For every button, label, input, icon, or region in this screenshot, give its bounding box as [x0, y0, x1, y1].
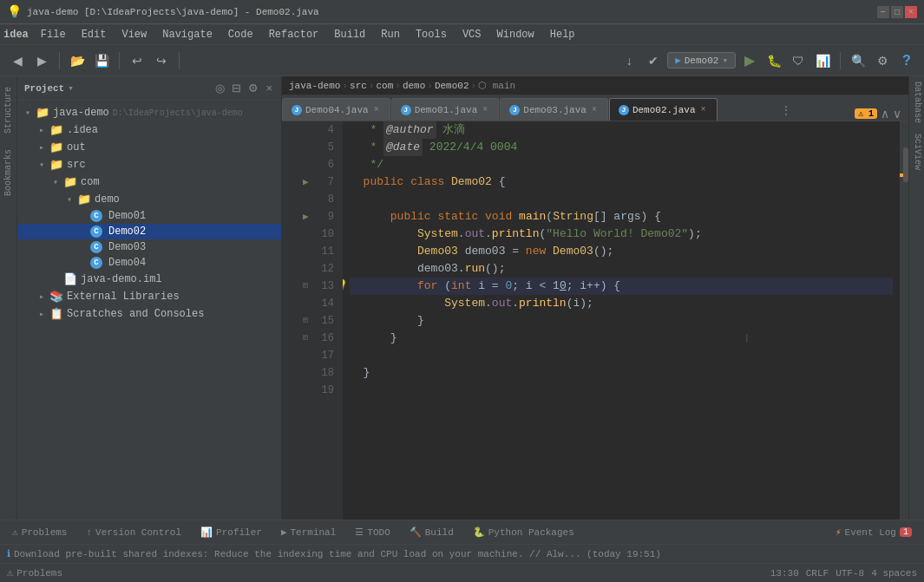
tree-item-demo[interactable]: ▾ 📁 demo: [17, 191, 281, 208]
tree-settings-button[interactable]: ⚙: [246, 80, 260, 96]
tree-item-src[interactable]: ▾ 📁 src: [17, 156, 281, 173]
settings-button[interactable]: ⚙: [872, 50, 893, 71]
scroll-thumb[interactable]: [903, 147, 908, 182]
bottom-tab-event-log[interactable]: ⚡ Event Log 1: [827, 524, 921, 540]
redo-button[interactable]: ↪: [151, 50, 172, 71]
tree-item-com[interactable]: ▾ 📁 com: [17, 173, 281, 191]
tab-overflow-button[interactable]: ⋮: [774, 101, 798, 121]
maximize-button[interactable]: □: [891, 6, 903, 18]
tree-item-Demo03[interactable]: ▸ C Demo03: [17, 239, 281, 255]
tab-close-Demo01[interactable]: ×: [481, 105, 489, 114]
tree-item-Demo02[interactable]: ▸ C Demo02: [17, 224, 281, 239]
sciview-panel-tab[interactable]: SciView: [909, 128, 924, 175]
minimize-button[interactable]: −: [877, 6, 889, 18]
bottom-tab-profiler[interactable]: 📊 Profiler: [192, 524, 271, 540]
gutter-line-10: [282, 226, 299, 243]
tab-close-Demo03[interactable]: ×: [590, 105, 599, 114]
tree-item-out[interactable]: ▸ 📁 out: [17, 139, 281, 156]
menu-view[interactable]: View: [115, 27, 154, 43]
tree-item-scratches[interactable]: ▸ 📋 Scratches and Consoles: [17, 305, 281, 323]
structure-panel-tab[interactable]: Structure: [2, 80, 15, 141]
tree-path-root: D:\IdeaProjects\java-demo: [113, 108, 243, 118]
tab-Demo04[interactable]: J Demo04.java ×: [282, 98, 390, 121]
bottom-tab-version-control[interactable]: ↑ Version Control: [77, 525, 190, 540]
save-button[interactable]: 💾: [91, 50, 112, 71]
bottom-tab-build[interactable]: 🔨 Build: [401, 524, 462, 540]
bulb-icon-13[interactable]: 💡: [343, 278, 348, 295]
bottom-tab-terminal[interactable]: ▶ Terminal: [272, 524, 344, 540]
run-button[interactable]: ▶: [739, 50, 760, 71]
fold-16[interactable]: ⊞: [303, 330, 308, 347]
debug-button[interactable]: 🐛: [763, 50, 784, 71]
line-num-5: 5: [299, 139, 343, 156]
collapse-all-button[interactable]: ⊟: [230, 80, 243, 96]
vcs-update-button[interactable]: ↓: [619, 50, 639, 71]
forward-button[interactable]: ▶: [31, 50, 52, 71]
breadcrumb-demo[interactable]: demo: [403, 81, 425, 91]
warning-nav-up[interactable]: ∧: [881, 107, 889, 121]
menu-code[interactable]: Code: [221, 27, 260, 43]
problems-status-icon: ⚠: [7, 566, 13, 579]
tab-Demo03[interactable]: J Demo03.java ×: [500, 98, 608, 121]
tree-item-idea[interactable]: ▸ 📁 .idea: [17, 121, 281, 139]
tree-item-Demo01[interactable]: ▸ C Demo01: [17, 208, 281, 224]
menu-help[interactable]: Help: [543, 27, 582, 43]
status-line-ending[interactable]: CRLF: [806, 568, 829, 579]
status-encoding[interactable]: UTF-8: [836, 568, 864, 579]
tree-item-Demo04[interactable]: ▸ C Demo04: [17, 255, 281, 271]
fold-13[interactable]: ⊞: [303, 278, 308, 295]
menu-run[interactable]: Run: [374, 27, 407, 43]
fold-15[interactable]: ⊞: [303, 312, 308, 330]
tree-label-out: out: [67, 141, 86, 154]
coverage-button[interactable]: 🛡: [788, 50, 809, 71]
menu-file[interactable]: File: [34, 27, 73, 43]
tab-close-Demo02[interactable]: ×: [699, 105, 708, 114]
tree-item-java-demo-root[interactable]: ▾ 📁 java-demo D:\IdeaProjects\java-demo: [17, 104, 281, 121]
warning-nav-down[interactable]: ∨: [893, 107, 901, 121]
tab-close-Demo04[interactable]: ×: [372, 105, 381, 114]
bottom-tab-problems[interactable]: ⚠ Problems: [3, 524, 75, 540]
problems-label: Problems: [22, 527, 68, 538]
run-arrow-7[interactable]: ▶: [303, 173, 309, 191]
undo-button[interactable]: ↩: [127, 50, 147, 71]
menu-window[interactable]: Window: [490, 27, 541, 43]
project-panel-dropdown[interactable]: ▾: [68, 82, 74, 94]
breadcrumb-com[interactable]: com: [376, 81, 393, 91]
back-button[interactable]: ◀: [7, 50, 28, 71]
help-button[interactable]: ?: [896, 50, 917, 71]
search-everywhere-button[interactable]: 🔍: [848, 50, 868, 71]
menu-refactor[interactable]: Refactor: [262, 27, 326, 43]
breadcrumb-java-demo[interactable]: java-demo: [289, 81, 340, 91]
run-arrow-9[interactable]: ▶: [303, 208, 309, 226]
tab-Demo01[interactable]: J Demo01.java ×: [391, 98, 500, 121]
tree-item-iml[interactable]: ▸ 📄 java-demo.iml: [17, 271, 281, 288]
menu-edit[interactable]: Edit: [75, 27, 114, 43]
status-problems-item[interactable]: ⚠ Problems: [7, 566, 62, 579]
profile-button[interactable]: 📊: [812, 50, 833, 71]
code-editor[interactable]: * @author 水滴 * @date 2022/4/4 0004 */ pu…: [343, 121, 900, 520]
breadcrumb-Demo02[interactable]: Demo02: [435, 81, 469, 91]
locate-file-button[interactable]: ◎: [213, 80, 226, 96]
gutter-line-7: [282, 173, 299, 191]
breadcrumb-src[interactable]: src: [350, 81, 367, 91]
vcs-commit-button[interactable]: ✔: [643, 50, 664, 71]
run-config-selector[interactable]: ▶ Demo02 ▾: [667, 52, 736, 69]
tab-Demo02[interactable]: J Demo02.java ×: [609, 98, 718, 121]
bottom-tab-todo[interactable]: ☰ TODO: [346, 524, 398, 540]
menu-build[interactable]: Build: [327, 27, 372, 43]
bottom-tab-python-packages[interactable]: 🐍 Python Packages: [464, 524, 583, 540]
menu-navigate[interactable]: Navigate: [155, 27, 220, 43]
database-panel-tab[interactable]: Database: [909, 76, 924, 128]
status-indent[interactable]: 4 spaces: [871, 568, 917, 579]
line-num-9: ▶ 9: [299, 208, 343, 226]
breadcrumb-main[interactable]: ⬡ main: [478, 80, 515, 91]
menu-vcs[interactable]: VCS: [455, 27, 488, 43]
annotation-author: @author: [383, 121, 436, 139]
close-panel-button[interactable]: ×: [264, 80, 274, 96]
open-file-button[interactable]: 📂: [67, 50, 88, 71]
close-button[interactable]: ×: [905, 6, 917, 18]
bookmarks-panel-tab[interactable]: Bookmarks: [2, 142, 15, 203]
tree-item-ext-lib[interactable]: ▸ 📚 External Libraries: [17, 288, 281, 305]
menu-tools[interactable]: Tools: [409, 27, 454, 43]
status-position[interactable]: 13:30: [770, 568, 799, 579]
